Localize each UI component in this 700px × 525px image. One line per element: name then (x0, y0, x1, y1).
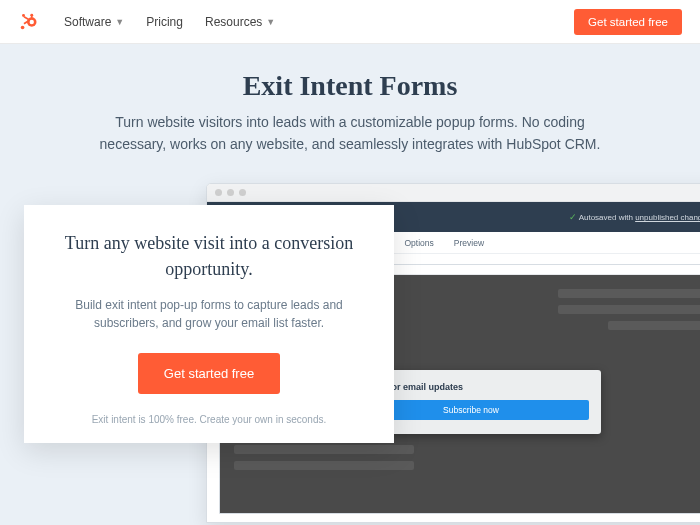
nav-pricing[interactable]: Pricing (146, 15, 183, 29)
window-dot-icon (227, 189, 234, 196)
nav-label: Resources (205, 15, 262, 29)
card-heading: Turn any website visit into a conversion… (46, 231, 372, 281)
page-title: Exit Intent Forms (24, 70, 676, 102)
svg-point-1 (30, 19, 34, 23)
unpublished-changes-link[interactable]: unpublished changes (635, 213, 700, 222)
card-cta-button[interactable]: Get started free (138, 353, 280, 394)
placeholder-line (234, 445, 414, 454)
chevron-down-icon: ▼ (266, 17, 275, 27)
window-dot-icon (215, 189, 222, 196)
autosave-status: ✓ Autosaved with unpublished changes ▾ (569, 212, 700, 222)
promo-card: Turn any website visit into a conversion… (24, 205, 394, 443)
nav-label: Pricing (146, 15, 183, 29)
chevron-down-icon: ▼ (115, 17, 124, 27)
svg-point-2 (21, 25, 25, 29)
nav-software[interactable]: Software▼ (64, 15, 124, 29)
svg-rect-5 (31, 15, 33, 19)
card-body: Build exit intent pop-up forms to captur… (46, 296, 372, 333)
check-icon: ✓ (569, 212, 577, 222)
card-fineprint: Exit intent is 100% free. Create your ow… (46, 414, 372, 425)
window-chrome (207, 184, 700, 202)
page-subtitle: Turn website visitors into leads with a … (90, 112, 610, 155)
nav-label: Software (64, 15, 111, 29)
placeholder-line (234, 461, 414, 470)
tab-options[interactable]: Options (401, 234, 438, 252)
tab-preview[interactable]: Preview (450, 234, 488, 252)
placeholder-line (558, 305, 700, 314)
placeholder-line (608, 321, 700, 330)
window-dot-icon (239, 189, 246, 196)
hubspot-logo[interactable] (18, 11, 40, 33)
placeholder-line (558, 289, 700, 298)
get-started-button[interactable]: Get started free (574, 9, 682, 35)
nav-resources[interactable]: Resources▼ (205, 15, 275, 29)
